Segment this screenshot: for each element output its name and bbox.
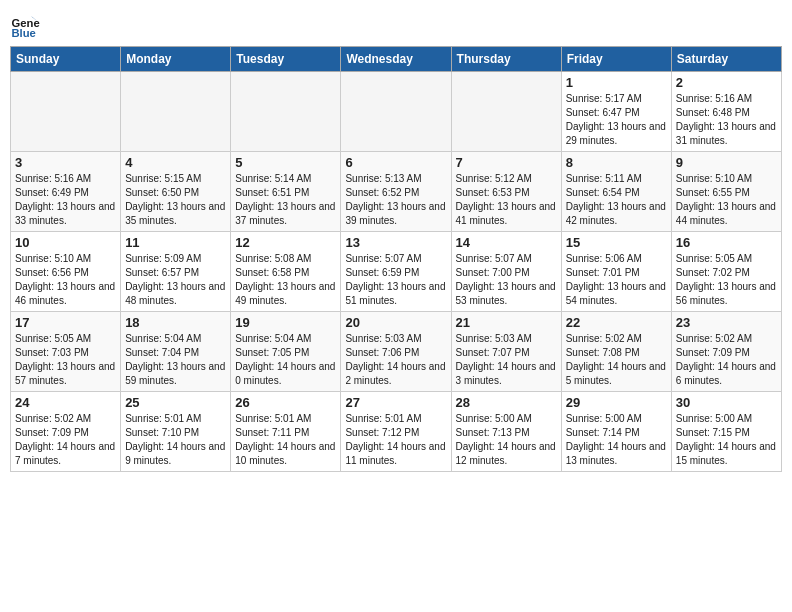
calendar-cell: 11Sunrise: 5:09 AMSunset: 6:57 PMDayligh…	[121, 232, 231, 312]
day-number: 12	[235, 235, 336, 250]
day-number: 5	[235, 155, 336, 170]
calendar-cell: 30Sunrise: 5:00 AMSunset: 7:15 PMDayligh…	[671, 392, 781, 472]
calendar-cell: 18Sunrise: 5:04 AMSunset: 7:04 PMDayligh…	[121, 312, 231, 392]
calendar-cell: 7Sunrise: 5:12 AMSunset: 6:53 PMDaylight…	[451, 152, 561, 232]
day-number: 23	[676, 315, 777, 330]
day-number: 21	[456, 315, 557, 330]
day-number: 9	[676, 155, 777, 170]
calendar-cell: 5Sunrise: 5:14 AMSunset: 6:51 PMDaylight…	[231, 152, 341, 232]
week-row-3: 10Sunrise: 5:10 AMSunset: 6:56 PMDayligh…	[11, 232, 782, 312]
calendar-cell: 4Sunrise: 5:15 AMSunset: 6:50 PMDaylight…	[121, 152, 231, 232]
day-number: 22	[566, 315, 667, 330]
week-row-1: 1Sunrise: 5:17 AMSunset: 6:47 PMDaylight…	[11, 72, 782, 152]
calendar-cell: 27Sunrise: 5:01 AMSunset: 7:12 PMDayligh…	[341, 392, 451, 472]
day-info: Sunrise: 5:07 AMSunset: 6:59 PMDaylight:…	[345, 253, 445, 306]
calendar-cell: 6Sunrise: 5:13 AMSunset: 6:52 PMDaylight…	[341, 152, 451, 232]
week-row-4: 17Sunrise: 5:05 AMSunset: 7:03 PMDayligh…	[11, 312, 782, 392]
day-number: 2	[676, 75, 777, 90]
day-number: 16	[676, 235, 777, 250]
day-info: Sunrise: 5:09 AMSunset: 6:57 PMDaylight:…	[125, 253, 225, 306]
col-header-wednesday: Wednesday	[341, 47, 451, 72]
day-number: 26	[235, 395, 336, 410]
calendar-cell: 15Sunrise: 5:06 AMSunset: 7:01 PMDayligh…	[561, 232, 671, 312]
day-number: 29	[566, 395, 667, 410]
calendar-cell: 12Sunrise: 5:08 AMSunset: 6:58 PMDayligh…	[231, 232, 341, 312]
day-info: Sunrise: 5:00 AMSunset: 7:14 PMDaylight:…	[566, 413, 666, 466]
day-number: 4	[125, 155, 226, 170]
calendar-cell	[341, 72, 451, 152]
calendar-cell: 22Sunrise: 5:02 AMSunset: 7:08 PMDayligh…	[561, 312, 671, 392]
day-info: Sunrise: 5:05 AMSunset: 7:02 PMDaylight:…	[676, 253, 776, 306]
day-info: Sunrise: 5:01 AMSunset: 7:11 PMDaylight:…	[235, 413, 335, 466]
calendar-cell: 24Sunrise: 5:02 AMSunset: 7:09 PMDayligh…	[11, 392, 121, 472]
day-number: 30	[676, 395, 777, 410]
day-info: Sunrise: 5:10 AMSunset: 6:56 PMDaylight:…	[15, 253, 115, 306]
day-info: Sunrise: 5:10 AMSunset: 6:55 PMDaylight:…	[676, 173, 776, 226]
day-info: Sunrise: 5:14 AMSunset: 6:51 PMDaylight:…	[235, 173, 335, 226]
day-number: 6	[345, 155, 446, 170]
calendar-cell: 17Sunrise: 5:05 AMSunset: 7:03 PMDayligh…	[11, 312, 121, 392]
calendar-cell: 1Sunrise: 5:17 AMSunset: 6:47 PMDaylight…	[561, 72, 671, 152]
calendar-cell	[11, 72, 121, 152]
day-number: 3	[15, 155, 116, 170]
day-number: 27	[345, 395, 446, 410]
day-number: 15	[566, 235, 667, 250]
calendar-cell: 21Sunrise: 5:03 AMSunset: 7:07 PMDayligh…	[451, 312, 561, 392]
svg-text:Blue: Blue	[12, 27, 36, 39]
week-row-5: 24Sunrise: 5:02 AMSunset: 7:09 PMDayligh…	[11, 392, 782, 472]
day-info: Sunrise: 5:16 AMSunset: 6:48 PMDaylight:…	[676, 93, 776, 146]
day-number: 28	[456, 395, 557, 410]
day-info: Sunrise: 5:15 AMSunset: 6:50 PMDaylight:…	[125, 173, 225, 226]
calendar-cell	[121, 72, 231, 152]
day-info: Sunrise: 5:05 AMSunset: 7:03 PMDaylight:…	[15, 333, 115, 386]
day-info: Sunrise: 5:07 AMSunset: 7:00 PMDaylight:…	[456, 253, 556, 306]
day-info: Sunrise: 5:12 AMSunset: 6:53 PMDaylight:…	[456, 173, 556, 226]
calendar-cell: 13Sunrise: 5:07 AMSunset: 6:59 PMDayligh…	[341, 232, 451, 312]
week-row-2: 3Sunrise: 5:16 AMSunset: 6:49 PMDaylight…	[11, 152, 782, 232]
day-number: 14	[456, 235, 557, 250]
calendar-cell: 28Sunrise: 5:00 AMSunset: 7:13 PMDayligh…	[451, 392, 561, 472]
day-number: 25	[125, 395, 226, 410]
calendar-cell: 14Sunrise: 5:07 AMSunset: 7:00 PMDayligh…	[451, 232, 561, 312]
calendar-cell: 23Sunrise: 5:02 AMSunset: 7:09 PMDayligh…	[671, 312, 781, 392]
day-number: 19	[235, 315, 336, 330]
day-info: Sunrise: 5:13 AMSunset: 6:52 PMDaylight:…	[345, 173, 445, 226]
day-number: 24	[15, 395, 116, 410]
calendar-cell: 20Sunrise: 5:03 AMSunset: 7:06 PMDayligh…	[341, 312, 451, 392]
day-info: Sunrise: 5:02 AMSunset: 7:09 PMDaylight:…	[15, 413, 115, 466]
day-number: 10	[15, 235, 116, 250]
day-info: Sunrise: 5:00 AMSunset: 7:13 PMDaylight:…	[456, 413, 556, 466]
day-number: 11	[125, 235, 226, 250]
day-number: 20	[345, 315, 446, 330]
day-number: 1	[566, 75, 667, 90]
calendar-cell	[451, 72, 561, 152]
day-info: Sunrise: 5:03 AMSunset: 7:07 PMDaylight:…	[456, 333, 556, 386]
day-info: Sunrise: 5:01 AMSunset: 7:10 PMDaylight:…	[125, 413, 225, 466]
calendar-cell: 19Sunrise: 5:04 AMSunset: 7:05 PMDayligh…	[231, 312, 341, 392]
calendar-cell: 2Sunrise: 5:16 AMSunset: 6:48 PMDaylight…	[671, 72, 781, 152]
col-header-sunday: Sunday	[11, 47, 121, 72]
calendar-cell: 29Sunrise: 5:00 AMSunset: 7:14 PMDayligh…	[561, 392, 671, 472]
day-number: 8	[566, 155, 667, 170]
day-info: Sunrise: 5:01 AMSunset: 7:12 PMDaylight:…	[345, 413, 445, 466]
calendar-cell: 9Sunrise: 5:10 AMSunset: 6:55 PMDaylight…	[671, 152, 781, 232]
col-header-saturday: Saturday	[671, 47, 781, 72]
calendar-cell: 8Sunrise: 5:11 AMSunset: 6:54 PMDaylight…	[561, 152, 671, 232]
day-info: Sunrise: 5:02 AMSunset: 7:09 PMDaylight:…	[676, 333, 776, 386]
logo-icon: General Blue	[10, 10, 40, 40]
header-row: SundayMondayTuesdayWednesdayThursdayFrid…	[11, 47, 782, 72]
day-info: Sunrise: 5:00 AMSunset: 7:15 PMDaylight:…	[676, 413, 776, 466]
day-info: Sunrise: 5:04 AMSunset: 7:04 PMDaylight:…	[125, 333, 225, 386]
calendar-cell: 3Sunrise: 5:16 AMSunset: 6:49 PMDaylight…	[11, 152, 121, 232]
calendar-cell: 25Sunrise: 5:01 AMSunset: 7:10 PMDayligh…	[121, 392, 231, 472]
day-number: 18	[125, 315, 226, 330]
calendar-table: SundayMondayTuesdayWednesdayThursdayFrid…	[10, 46, 782, 472]
col-header-monday: Monday	[121, 47, 231, 72]
col-header-friday: Friday	[561, 47, 671, 72]
day-info: Sunrise: 5:08 AMSunset: 6:58 PMDaylight:…	[235, 253, 335, 306]
calendar-cell: 26Sunrise: 5:01 AMSunset: 7:11 PMDayligh…	[231, 392, 341, 472]
calendar-cell: 16Sunrise: 5:05 AMSunset: 7:02 PMDayligh…	[671, 232, 781, 312]
day-number: 7	[456, 155, 557, 170]
logo: General Blue	[10, 10, 44, 40]
day-number: 13	[345, 235, 446, 250]
